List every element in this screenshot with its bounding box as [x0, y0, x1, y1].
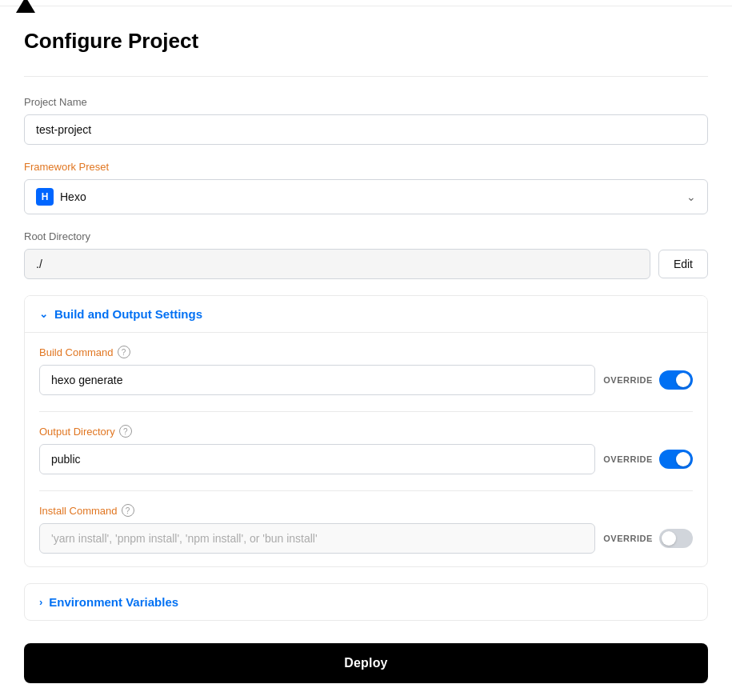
build-output-label: Build and Output Settings	[54, 307, 202, 321]
root-directory-label: Root Directory	[24, 230, 708, 242]
install-command-label: Install Command	[39, 505, 118, 517]
output-directory-help-icon[interactable]: ?	[119, 425, 132, 438]
install-command-group: Install Command ? OVERRIDE	[39, 504, 693, 554]
page-container: Configure Project Project Name Framework…	[0, 0, 732, 700]
deploy-button[interactable]: Deploy	[24, 643, 708, 683]
build-output-section: ⌄ Build and Output Settings Build Comman…	[24, 295, 708, 567]
build-output-header[interactable]: ⌄ Build and Output Settings	[25, 296, 707, 332]
output-directory-override-label: OVERRIDE	[603, 454, 653, 464]
build-command-input[interactable]	[39, 365, 595, 395]
framework-preset-label: Framework Preset	[24, 161, 708, 173]
install-command-toggle-knob	[662, 531, 676, 546]
output-directory-toggle-knob	[676, 452, 690, 466]
content-area: Configure Project Project Name Framework…	[0, 6, 732, 700]
install-command-help-icon[interactable]: ?	[122, 504, 134, 517]
environment-variables-header[interactable]: › Environment Variables	[25, 584, 707, 620]
install-command-input-row: OVERRIDE	[39, 523, 693, 554]
build-command-help-icon[interactable]: ?	[118, 346, 130, 358]
hexo-icon: H	[36, 188, 54, 206]
install-command-override-label: OVERRIDE	[603, 534, 653, 543]
install-command-override-group: OVERRIDE	[603, 529, 693, 548]
environment-variables-label: Environment Variables	[49, 595, 178, 609]
install-command-label-row: Install Command ?	[39, 504, 693, 517]
output-directory-label: Output Directory	[39, 426, 115, 438]
root-directory-input[interactable]	[24, 249, 650, 279]
output-directory-input[interactable]	[39, 444, 595, 474]
framework-left: H Hexo	[36, 188, 86, 206]
install-command-toggle[interactable]	[659, 529, 693, 548]
project-name-input[interactable]	[24, 114, 708, 145]
root-directory-group: Root Directory Edit	[24, 230, 708, 279]
chevron-down-icon: ⌄	[686, 190, 696, 203]
project-name-group: Project Name	[24, 96, 708, 145]
edit-root-directory-button[interactable]: Edit	[658, 250, 708, 278]
env-chevron-right-icon: ›	[39, 596, 42, 608]
output-directory-input-row: OVERRIDE	[39, 444, 693, 474]
build-command-group: Build Command ? OVERRIDE	[39, 346, 693, 395]
root-directory-row: Edit	[24, 249, 708, 279]
build-command-input-row: OVERRIDE	[39, 365, 693, 395]
separator-1	[39, 411, 693, 412]
collapse-chevron-icon: ⌄	[39, 308, 48, 320]
framework-selected-label: Hexo	[60, 190, 86, 203]
separator-2	[39, 490, 693, 491]
output-directory-group: Output Directory ? OVERRIDE	[39, 425, 693, 474]
build-command-override-group: OVERRIDE	[603, 370, 693, 390]
build-command-toggle-knob	[676, 373, 690, 387]
page-title: Configure Project	[24, 29, 708, 54]
build-command-label: Build Command	[39, 346, 114, 358]
framework-preset-group: Framework Preset H Hexo ⌄	[24, 161, 708, 214]
build-command-override-label: OVERRIDE	[603, 375, 653, 385]
environment-variables-section: › Environment Variables	[24, 583, 708, 621]
framework-select[interactable]: H Hexo ⌄	[24, 179, 708, 214]
build-command-label-row: Build Command ?	[39, 346, 693, 358]
top-bar	[0, 0, 732, 6]
title-divider	[24, 76, 708, 77]
output-directory-override-group: OVERRIDE	[603, 450, 693, 469]
build-command-toggle[interactable]	[659, 370, 693, 390]
build-output-content: Build Command ? OVERRIDE	[25, 332, 707, 566]
project-name-label: Project Name	[24, 96, 708, 108]
install-command-input[interactable]	[39, 523, 595, 554]
output-directory-toggle[interactable]	[659, 450, 693, 469]
logo-icon	[16, 0, 35, 13]
output-directory-label-row: Output Directory ?	[39, 425, 693, 438]
